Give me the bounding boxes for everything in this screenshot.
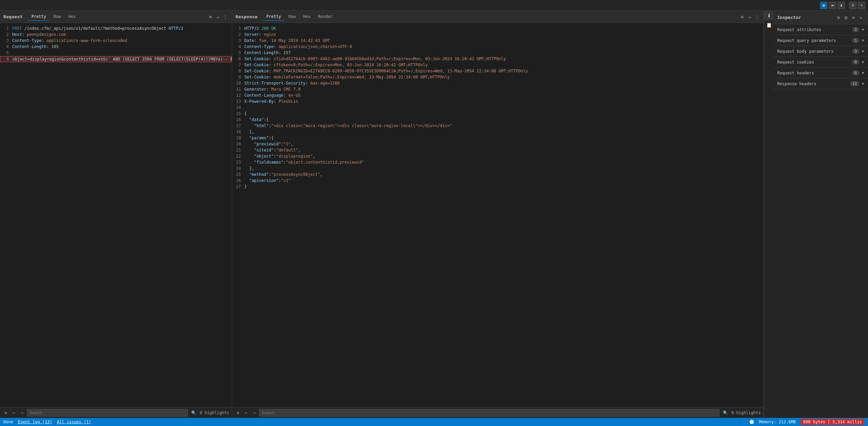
request-tab-raw[interactable]: Raw <box>50 13 64 21</box>
response-line-22: 22 "object":"displayregion", <box>232 153 763 160</box>
request-tab-hex[interactable]: Hex <box>65 13 79 21</box>
inspector-title: Inspector <box>777 15 801 20</box>
query-params-badge: 1 ▼ <box>852 38 864 43</box>
main-content: Request Pretty Raw Hex ⊞ ↵ ⋮ 1 POST /ind… <box>0 11 868 418</box>
request-tab-pretty[interactable]: Pretty <box>28 13 49 21</box>
cookies-label: Request cookies <box>777 60 814 65</box>
response-headers-badge: 12 ▼ <box>850 81 864 86</box>
request-line-3: 3 Content-Type: application/x-www-form-u… <box>0 38 232 44</box>
notes-tab-icon[interactable]: 📋 <box>764 20 774 30</box>
settings-button[interactable]: ⚙ <box>849 2 856 9</box>
response-line-21: 21 "siteid":"default", <box>232 147 763 153</box>
response-line-5: 5 Content-Length: 257 <box>232 50 763 56</box>
status-done: Done <box>3 420 13 424</box>
response-line-20: 20 "previewid":"1", <box>232 141 763 147</box>
request-panel-title: Request <box>3 14 23 19</box>
request-code-area: 1 POST /index.cfm/_api/json/v1/default/?… <box>0 23 232 407</box>
inspector-section-request-attributes[interactable]: Request attributes 2 ▼ <box>773 24 868 35</box>
response-line-25: 25 "method":"processAsyncObject", <box>232 172 763 178</box>
response-pretty-icon[interactable]: ⊞ <box>739 14 745 20</box>
inspector-section-query-params[interactable]: Request query parameters 1 ▼ <box>773 35 868 46</box>
response-tab-hex[interactable]: Hex <box>300 13 314 21</box>
response-wrap-icon[interactable]: ↵ <box>747 14 753 20</box>
response-tab-raw[interactable]: Raw <box>285 13 299 21</box>
inspector-close-icon[interactable]: ✕ <box>858 15 864 21</box>
query-params-label: Request query parameters <box>777 38 836 43</box>
inspector-section-cookies[interactable]: Request cookies 0 ▼ <box>773 57 868 68</box>
response-line-23: 23 "fieldnames":"object,contenthistid,pr… <box>232 160 763 166</box>
response-highlights-label: 0 highlights <box>731 410 761 415</box>
response-headers-chevron: ▼ <box>862 82 864 86</box>
response-line-17: 17 "html":"<div class=\"mura-region\"><d… <box>232 123 763 129</box>
response-line-8: 8 Set-Cookie: MXP_TRACKINGID=E27A9EC8-02… <box>232 68 763 74</box>
request-nav-next-icon[interactable]: → <box>19 410 25 416</box>
response-headers-count: 12 <box>850 81 859 86</box>
inspector-section-response-headers[interactable]: Response headers 12 ▼ <box>773 78 868 89</box>
request-search-input[interactable] <box>27 409 188 417</box>
request-nav-settings-icon[interactable]: ⚙ <box>3 410 9 416</box>
response-line-6: 6 Set-Cookie: cfid=d527b4cb-0907-4462-ae… <box>232 56 763 62</box>
response-search-bar: ⚙ ← → 🔍 0 highlights <box>232 407 763 418</box>
grid-view-button[interactable]: ▦ <box>820 2 827 9</box>
response-line-4: 4 Content-Type: application/json;charset… <box>232 44 763 50</box>
response-toolbar-icons: ⊞ ↵ ⋮ <box>739 14 760 20</box>
response-panel-title: Response <box>236 14 258 19</box>
status-bytes: 898 bytes | 5,314 millis <box>801 419 865 425</box>
request-pretty-icon[interactable]: ⊞ <box>207 14 214 20</box>
request-wrap-icon[interactable]: ↵ <box>215 14 221 20</box>
request-headers-label: Request headers <box>777 71 814 75</box>
request-search-button[interactable]: 🔍 <box>190 410 198 416</box>
response-line-18: 18 }, <box>232 129 763 135</box>
request-attributes-badge: 2 ▼ <box>852 27 864 32</box>
inspector-header-icons: ⊞ ▤ ⚙ ✕ <box>836 15 864 21</box>
inspector-section-body-params[interactable]: Request body parameters 3 ▼ <box>773 46 868 57</box>
request-headers-badge: 6 ▼ <box>852 70 864 75</box>
status-memory: Memory: 212.6MB <box>759 420 796 424</box>
inspector-section-request-headers[interactable]: Request headers 6 ▼ <box>773 68 868 78</box>
inspector-settings-icon[interactable]: ⚙ <box>850 15 856 21</box>
query-params-count: 1 <box>852 38 859 43</box>
status-event-log[interactable]: Event log (13) <box>18 420 52 424</box>
response-line-12: 12 Content-Language: en-US <box>232 93 763 99</box>
body-params-badge: 3 ▼ <box>852 49 864 54</box>
request-attributes-label: Request attributes <box>777 27 821 32</box>
inspector-panel: Inspector ⊞ ▤ ⚙ ✕ Request attributes 2 ▼… <box>773 11 868 418</box>
request-headers-chevron: ▼ <box>862 71 864 75</box>
request-more-icon[interactable]: ⋮ <box>222 14 228 20</box>
request-line-6: 6 object=displayregion&contenthistid=x%5… <box>0 56 232 62</box>
response-tab-render[interactable]: Render <box>315 13 336 21</box>
status-clock-icon: 🕐 <box>749 420 754 424</box>
response-search-button[interactable]: 🔍 <box>721 410 729 416</box>
response-line-10: 10 Strict-Transport-Security: max-age=12… <box>232 80 763 87</box>
response-more-icon[interactable]: ⋮ <box>754 14 760 20</box>
query-params-chevron: ▼ <box>862 39 864 42</box>
response-line-27: 27 } <box>232 184 763 190</box>
close-button[interactable]: ✕ <box>858 2 865 9</box>
response-nav-settings-icon[interactable]: ⚙ <box>235 410 241 416</box>
response-line-16: 16 "data":{ <box>232 117 763 123</box>
inspector-tab-icon[interactable]: ℹ <box>764 11 774 20</box>
status-all-issues[interactable]: All issues (1) <box>57 420 91 424</box>
panel-view-button[interactable]: ▮ <box>838 2 845 9</box>
response-nav-prev-icon[interactable]: ← <box>243 410 249 416</box>
response-headers-label: Response headers <box>777 81 817 86</box>
list-view-button[interactable]: ▬ <box>829 2 836 9</box>
response-search-input[interactable] <box>259 409 719 417</box>
status-right: 🕐 Memory: 212.6MB 898 bytes | 5,314 mill… <box>749 419 865 425</box>
response-line-9: 9 Set-Cookie: mobileFormat=false;Path=/;… <box>232 74 763 80</box>
request-highlights-label: 0 highlights <box>200 410 229 415</box>
request-attributes-count: 2 <box>852 27 859 32</box>
request-line-4: 4 Content-Length: 105 <box>0 44 232 50</box>
request-nav-prev-icon[interactable]: ← <box>11 410 17 416</box>
status-left: Done Event log (13) All issues (1) <box>3 420 91 424</box>
response-line-3: 3 Date: Tue, 14 May 2024 14:42:43 GMT <box>232 38 763 44</box>
inspector-filter-icon[interactable]: ⊞ <box>836 15 842 21</box>
response-line-19: 19 "params":{ <box>232 135 763 141</box>
top-toolbar: ▦ ▬ ▮ ⚙ ✕ <box>0 0 868 11</box>
response-tab-pretty[interactable]: Pretty <box>263 13 284 21</box>
response-line-1: 1 HTTP/2 200 OK <box>232 26 763 32</box>
response-nav-next-icon[interactable]: → <box>251 410 257 416</box>
response-line-24: 24 }, <box>232 166 763 172</box>
body-params-label: Request body parameters <box>777 49 833 54</box>
inspector-layout-icon[interactable]: ▤ <box>843 15 849 21</box>
